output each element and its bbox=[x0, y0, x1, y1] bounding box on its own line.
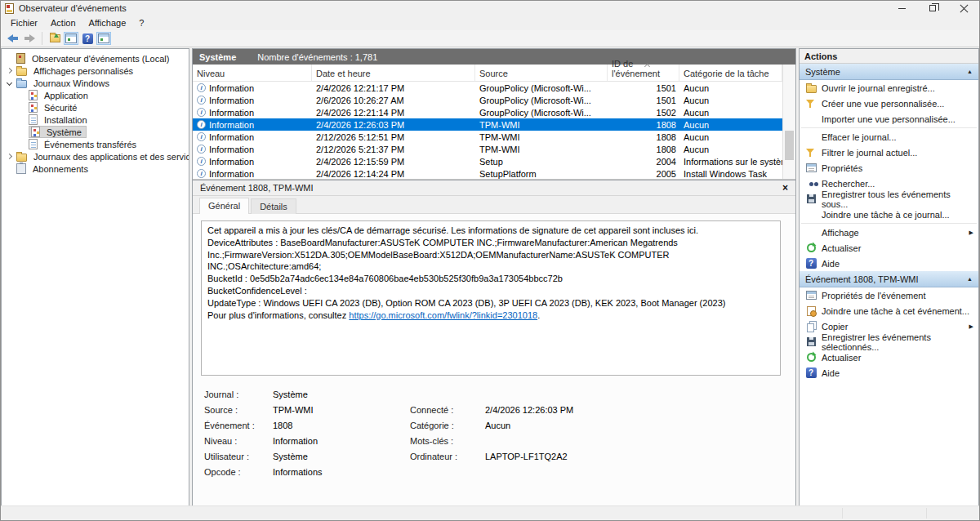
action-open-saved-log[interactable]: Ouvrir le journal enregistré... bbox=[800, 80, 978, 96]
event-row[interactable]: iInformation 2/12/2026 5:12:51 PM TPM-WM… bbox=[193, 131, 782, 143]
tree-item-journaux-windows[interactable]: Journaux Windows bbox=[2, 77, 189, 89]
open-folder-icon bbox=[50, 34, 60, 42]
tab-general[interactable]: Général bbox=[199, 198, 249, 214]
scrollbar-thumb[interactable] bbox=[785, 131, 794, 160]
event-row[interactable]: iInformation 2/6/2026 10:26:27 AM GroupP… bbox=[193, 94, 782, 106]
show-action-pane-button[interactable] bbox=[96, 31, 112, 46]
console-tree: Observateur d'événements (Local) Afficha… bbox=[1, 48, 189, 505]
action-import-custom-view[interactable]: Importer une vue personnalisée... bbox=[800, 111, 978, 127]
event-row[interactable]: iInformation 2/12/2026 5:21:37 PM TPM-WM… bbox=[193, 143, 782, 155]
category-value: Aucun bbox=[485, 418, 781, 434]
refresh-icon bbox=[807, 353, 816, 362]
computer-label: Ordinateur : bbox=[410, 449, 485, 465]
tree-root-label: Observateur d'événements (Local) bbox=[29, 54, 172, 64]
properties-icon bbox=[806, 291, 817, 300]
menu-fichier[interactable]: Fichier bbox=[4, 16, 44, 29]
actions-separator bbox=[801, 223, 977, 224]
tree-item-securite[interactable]: Sécurité bbox=[2, 101, 189, 114]
submenu-arrow-icon: ▶ bbox=[969, 229, 973, 236]
action-create-custom-view[interactable]: Créer une vue personnalisée... bbox=[800, 96, 978, 111]
action-properties[interactable]: Propriétés bbox=[800, 160, 978, 176]
status-divider bbox=[926, 508, 927, 519]
forward-button[interactable] bbox=[21, 31, 38, 46]
action-save-selected-events[interactable]: Enregistrer les événements sélectionnés.… bbox=[800, 334, 978, 350]
event-row-selected[interactable]: iInformation 2/4/2026 12:26:03 PM TPM-WM… bbox=[193, 118, 782, 131]
submenu-arrow-icon: ▶ bbox=[969, 323, 973, 330]
help-button[interactable]: ? bbox=[79, 31, 96, 46]
column-date[interactable]: Date et heure bbox=[312, 65, 475, 81]
log-name: Système bbox=[199, 52, 236, 62]
column-niveau[interactable]: Niveau bbox=[193, 65, 312, 81]
chevron-down-icon[interactable] bbox=[7, 80, 12, 86]
show-console-tree-button[interactable] bbox=[63, 31, 79, 46]
tree-item-abonnements[interactable]: Abonnements bbox=[2, 163, 189, 175]
event-id-value: 1808 bbox=[273, 418, 410, 434]
action-attach-task-to-log[interactable]: Joindre une tâche à ce journal... bbox=[800, 207, 978, 222]
chevron-right-icon[interactable] bbox=[7, 154, 12, 159]
open-saved-log-button[interactable] bbox=[47, 31, 63, 46]
event-viewer-icon bbox=[16, 53, 25, 64]
event-row[interactable]: iInformation 2/4/2026 12:21:14 PM GroupP… bbox=[193, 106, 782, 118]
tree-item-evenements-transferes[interactable]: Événements transférés bbox=[2, 138, 189, 150]
restore-button[interactable] bbox=[917, 1, 948, 16]
event-id-label: Événement : bbox=[204, 418, 273, 434]
restore-icon bbox=[929, 5, 936, 11]
collapse-icon[interactable]: ▲ bbox=[967, 69, 973, 74]
event-description[interactable]: Cet appareil a mis à jour les clés/CA de… bbox=[201, 220, 781, 376]
chevron-right-icon[interactable] bbox=[7, 68, 12, 73]
tree-item-installation[interactable]: Installation bbox=[2, 114, 189, 126]
level-value: Information bbox=[273, 434, 410, 449]
opcode-value: Informations bbox=[273, 465, 410, 480]
help-icon: ? bbox=[806, 258, 817, 269]
close-icon bbox=[960, 4, 969, 13]
logged-label: Connecté : bbox=[410, 403, 485, 418]
tab-details[interactable]: Détails bbox=[251, 198, 296, 214]
action-attach-task-to-event[interactable]: Joindre une tâche à cet événement... bbox=[800, 303, 978, 318]
tree-item-journaux-applications-services[interactable]: Journaux des applications et des service… bbox=[2, 150, 189, 163]
help-icon: ? bbox=[806, 367, 817, 378]
action-save-all-events[interactable]: Enregistrer tous les événements sous... bbox=[800, 191, 978, 207]
minimize-button[interactable] bbox=[886, 1, 917, 16]
information-icon: i bbox=[197, 145, 206, 154]
action-event-refresh[interactable]: Actualiser bbox=[800, 350, 978, 365]
menu-affichage[interactable]: Affichage bbox=[82, 16, 133, 29]
event-list-scrollbar[interactable] bbox=[782, 65, 795, 179]
tree-item-affichages-personnalises[interactable]: Affichages personnalisés bbox=[2, 65, 189, 77]
collapse-icon[interactable]: ▲ bbox=[967, 276, 973, 282]
event-row[interactable]: iInformation 2/4/2026 12:15:59 PM Setup … bbox=[193, 155, 782, 167]
preview-title: Événement 1808, TPM-WMI bbox=[200, 183, 314, 193]
action-help[interactable]: ? Aide bbox=[800, 256, 978, 271]
action-view[interactable]: Affichage ▶ bbox=[800, 225, 978, 240]
opcode-label: Opcode : bbox=[204, 465, 273, 480]
action-refresh[interactable]: Actualiser bbox=[800, 240, 978, 256]
action-clear-log[interactable]: Effacer le journal... bbox=[800, 129, 978, 145]
menu-help[interactable]: ? bbox=[132, 16, 150, 29]
toolbar-separator bbox=[42, 32, 42, 45]
back-button[interactable] bbox=[5, 31, 21, 46]
menu-action[interactable]: Action bbox=[44, 16, 82, 29]
column-source[interactable]: Source bbox=[475, 65, 608, 81]
event-log-icon bbox=[29, 90, 38, 100]
close-button[interactable] bbox=[948, 1, 979, 16]
event-row[interactable]: iInformation 2/4/2026 12:14:24 PM SetupP… bbox=[193, 167, 782, 180]
more-info-link[interactable]: https://go.microsoft.com/fwlink/?linkid=… bbox=[349, 310, 537, 320]
preview-close-icon[interactable]: × bbox=[782, 182, 788, 194]
save-icon bbox=[807, 337, 816, 346]
tree-root[interactable]: Observateur d'événements (Local) bbox=[2, 52, 189, 65]
column-id[interactable]: ID de l'événement bbox=[608, 65, 679, 81]
event-log-icon bbox=[29, 102, 38, 113]
action-filter-current-log[interactable]: Filtrer le journal actuel... bbox=[800, 145, 978, 160]
copy-icon bbox=[807, 323, 814, 332]
user-label: Utilisateur : bbox=[204, 449, 273, 465]
event-row[interactable]: iInformation 2/4/2026 12:21:17 PM GroupP… bbox=[193, 82, 782, 94]
tree-item-application[interactable]: Application bbox=[2, 89, 189, 101]
information-icon: i bbox=[197, 96, 206, 105]
actions-pane: Actions Système ▲ Ouvrir le journal enre… bbox=[799, 48, 979, 505]
actions-section-systeme[interactable]: Système ▲ bbox=[800, 64, 978, 80]
actions-section-event[interactable]: Événement 1808, TPM-WMI ▲ bbox=[800, 271, 978, 287]
tree-item-systeme[interactable]: Système bbox=[2, 126, 189, 138]
column-categorie[interactable]: Catégorie de la tâche bbox=[679, 65, 782, 81]
action-event-properties[interactable]: Propriétés de l'événement bbox=[800, 287, 978, 303]
back-arrow-icon bbox=[7, 34, 19, 42]
action-event-help[interactable]: ? Aide bbox=[800, 365, 978, 381]
